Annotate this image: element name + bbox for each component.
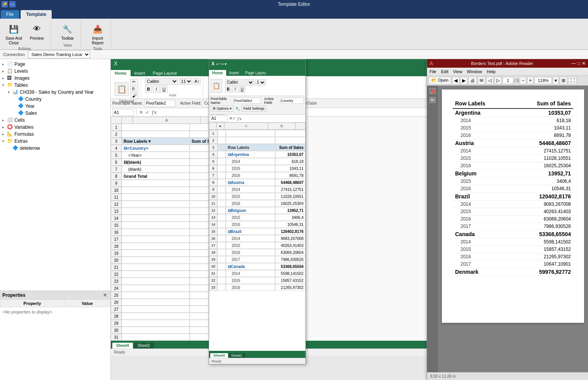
pivot-cell-10-b[interactable]: 3406,4 (275, 214, 305, 221)
pivot-menu-btn[interactable]: ▾ (225, 62, 227, 66)
tree-item-cells[interactable]: ▸ ⬜ Cells (2, 117, 109, 124)
cell-4a[interactable]: ⊟<Country> (122, 145, 190, 152)
pivot-cell-5-b[interactable]: 54468,48607 (275, 179, 305, 186)
pivot-tab-pagelayout[interactable]: Page Layou (242, 70, 269, 76)
cell-30a[interactable] (122, 327, 190, 334)
pivot-cell-4-b[interactable]: 8691,78 (275, 172, 305, 179)
bold-btn[interactable]: B (145, 86, 152, 93)
tree-item-formulas[interactable]: ▸ 📐 Formulas (2, 131, 109, 138)
cell-6a[interactable]: ⊟(blank) (122, 159, 190, 166)
excel-tab-insert[interactable]: Insert (131, 70, 149, 76)
pdf-thumbnail-btn[interactable]: 🔖 (429, 87, 436, 95)
pivot-cell-0-a[interactable]: Row Labels (226, 144, 275, 151)
pivot-cell-11-b[interactable]: 10546,31 (275, 221, 305, 228)
pivot-cell-10-a[interactable]: 2015 (226, 214, 275, 221)
cell-21a[interactable] (122, 264, 190, 271)
pivot-cell-3-b[interactable]: 1043,11 (275, 165, 305, 172)
pdf-restore-btn[interactable]: □ (578, 61, 580, 66)
pivot-field-settings-btn2[interactable]: Field Settings (241, 105, 267, 112)
pdf-print-btn[interactable]: 🖨 (468, 77, 477, 84)
cell-22a[interactable] (122, 271, 190, 278)
excel-tab-home[interactable]: Home (111, 70, 131, 76)
cell-25a[interactable] (122, 292, 190, 299)
pivot-bold-btn[interactable]: B (225, 86, 231, 93)
pdf-prev-page-btn[interactable]: ◁ (486, 77, 494, 84)
pivot-data-area[interactable]: 1 2 3 Row Labels Sum of Sales 4 ⊟Argenti… (209, 130, 305, 351)
pivot-cell-2a[interactable] (226, 137, 275, 144)
cell-14a[interactable] (122, 215, 190, 222)
pivot-cell-19-b[interactable]: 15857,43152 (275, 277, 305, 284)
pivot-cell-15-b[interactable]: 63069,20604 (275, 249, 305, 256)
pivot-cell-2-b[interactable]: 618,18 (275, 158, 305, 165)
cell-16a[interactable] (122, 229, 190, 236)
pivot-cell-18-a[interactable]: 2014 (226, 270, 275, 277)
pivot-cell-6-a[interactable]: 2014 (226, 186, 275, 193)
pdf-zoom-in-btn[interactable]: + (527, 77, 534, 84)
pivot-cell-16-a[interactable]: 2017 (226, 256, 275, 263)
pivot-cell-6-b[interactable]: 27415,12751 (275, 186, 305, 193)
tree-item-images[interactable]: ▸ 🖼 Images (2, 75, 109, 82)
pivot-confirm-btn[interactable]: ✓ (232, 116, 236, 121)
pdf-next-page-btn[interactable]: ▷ (494, 77, 502, 84)
pivot-cell-1b[interactable] (275, 130, 305, 137)
underline-btn[interactable]: U (161, 86, 168, 93)
pivot-name-input[interactable] (144, 100, 175, 107)
pivot-active-field-input[interactable] (281, 98, 304, 104)
pivot-undo-btn[interactable]: ↩ (216, 62, 219, 66)
toolbar-button[interactable]: 🔧 Toolbar (59, 22, 76, 42)
pdf-menu-help[interactable]: Help (487, 69, 496, 74)
tree-item-levels[interactable]: ▸ 📋 Levels (2, 68, 109, 75)
cut-btn[interactable]: ✂ (130, 79, 138, 85)
pivot-cell-9-b[interactable]: 13952,71 (275, 207, 305, 214)
pdf-open-btn[interactable]: 📂 Open (429, 77, 451, 84)
pivot-name-input2[interactable] (234, 98, 261, 104)
pdf-menu-view[interactable]: View (453, 69, 462, 74)
pivot-cell-15-a[interactable]: 2016 (226, 249, 275, 256)
pivot-cell-1-a[interactable]: ⊟Argentina (226, 151, 275, 158)
cell-12a[interactable] (122, 201, 190, 208)
pdf-zoom-input[interactable] (534, 77, 552, 84)
font-name-select[interactable]: Calibri (145, 78, 178, 85)
pivot-cell-1-b[interactable]: 10353,07 (275, 151, 305, 158)
pdf-close-btn[interactable]: ✕ (582, 61, 586, 66)
increase-font-btn[interactable]: A↑ (194, 78, 201, 85)
pivot-cell-17-b[interactable]: 53368,65504 (275, 263, 305, 270)
cell-5a[interactable]: <Year> (122, 152, 190, 159)
pdf-zoom-out-btn[interactable]: − (520, 77, 526, 84)
pivot-cell-1a[interactable] (226, 130, 275, 137)
pivot-paste-btn[interactable]: 📋 (211, 79, 222, 93)
paste-btn[interactable]: 📋 (115, 82, 129, 96)
pivot-underline-btn[interactable]: U (239, 86, 245, 93)
pivot-tab-insert[interactable]: Insert (226, 70, 242, 76)
pivot-cell-17-a[interactable]: ⊟Canada (226, 263, 275, 270)
cell-10a[interactable] (122, 187, 190, 194)
sheet-tab-sheet4[interactable]: Sheet4 (112, 343, 133, 348)
pivot-cell-18-b[interactable]: 5598,141502 (275, 270, 305, 277)
pivot-cell-14-b[interactable]: 40263,41403 (275, 242, 305, 249)
cell-27a[interactable] (122, 306, 190, 313)
cell-18a[interactable] (122, 243, 190, 250)
sheet-tab-sheet2[interactable]: Sheet2 (134, 343, 154, 348)
pdf-page-container[interactable]: Row Labels Sum of Sales Argentina 10353,… (438, 86, 588, 372)
pivot-cell-8-a[interactable]: 2016 (226, 200, 275, 207)
tree-item-page[interactable]: ▸ 📄 Page (2, 61, 109, 68)
cell-24a[interactable] (122, 285, 190, 292)
preview-button[interactable]: 👁 Preview (28, 22, 46, 47)
pivot-cell-2-0[interactable] (218, 137, 226, 144)
pivot-cell-2-a[interactable]: 2014 (226, 158, 275, 165)
tab-file[interactable]: File (1, 10, 19, 19)
pdf-forward-btn[interactable]: ▶ (460, 77, 468, 84)
pivot-cell-1-0[interactable] (218, 130, 226, 137)
pivot-cell-19-a[interactable]: 2015 (226, 277, 275, 284)
pivot-italic-btn[interactable]: I (232, 86, 238, 93)
cancel-formula-btn[interactable]: ✕ (138, 110, 144, 115)
pivot-cell-16-b[interactable]: 7986,930526 (275, 256, 305, 263)
cell-17a[interactable] (122, 236, 190, 243)
italic-btn[interactable]: I (153, 86, 160, 93)
pivot-cell-9-a[interactable]: ⊟Belgium (226, 207, 275, 214)
pivot-cell-0-b[interactable]: Sum of Sales (275, 144, 305, 151)
pdf-fit-btn[interactable]: ⊞ (560, 77, 567, 84)
pivot-font-select[interactable]: Calibri (225, 79, 254, 86)
import-report-button[interactable]: 📥 ImportReport (89, 22, 106, 47)
pivot-cell-7-a[interactable]: 2015 (226, 193, 275, 200)
